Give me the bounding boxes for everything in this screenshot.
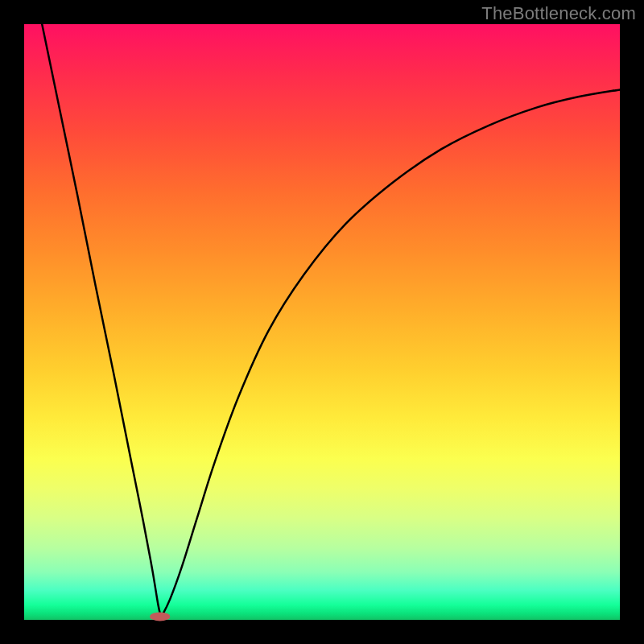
curve-right-branch — [161, 89, 620, 617]
chart-svg — [24, 24, 620, 620]
curve-left-branch — [42, 24, 161, 617]
watermark-text: TheBottleneck.com — [481, 3, 636, 24]
chart-frame: TheBottleneck.com — [0, 0, 644, 644]
plot-area — [24, 24, 620, 620]
cusp-marker — [150, 612, 170, 621]
